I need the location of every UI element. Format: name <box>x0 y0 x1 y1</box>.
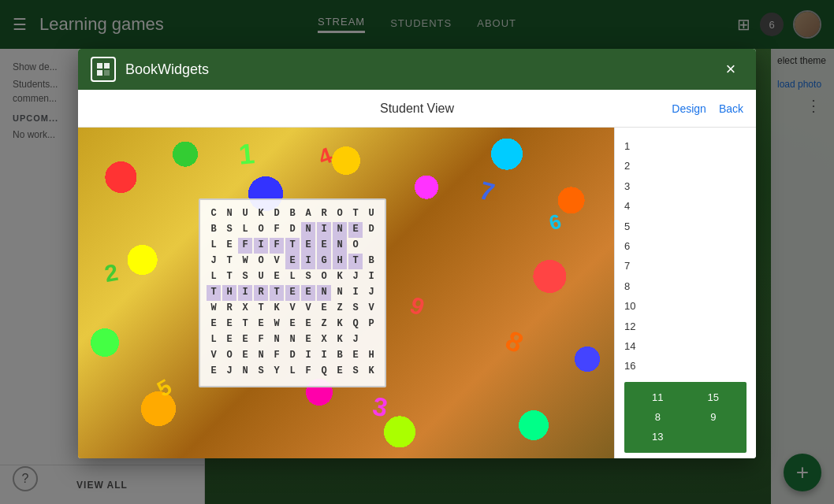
cell-1-3: O <box>254 222 268 238</box>
number-item-3: 3 <box>624 177 747 195</box>
cell-5-7: N <box>317 285 331 301</box>
back-link[interactable]: Back <box>719 102 743 115</box>
cell-9-7: I <box>317 348 331 364</box>
cell-9-8: B <box>333 348 347 364</box>
cell-6-3: T <box>254 301 268 317</box>
number-item-2: 2 <box>624 157 747 175</box>
cell-7-3: E <box>254 317 268 332</box>
cell-4-9: J <box>348 269 363 285</box>
grid-row-6: WRXTKVVEZSV <box>207 301 378 317</box>
cell-10-10: K <box>364 364 378 380</box>
cell-7-4: W <box>270 317 284 332</box>
cell-0-0: C <box>207 206 221 222</box>
cell-7-9: Q <box>348 317 363 332</box>
number-item-5: 5 <box>624 217 747 235</box>
cell-1-5: D <box>285 222 300 238</box>
cell-3-6: I <box>301 254 315 269</box>
cell-1-10: D <box>364 222 378 238</box>
cell-9-10: H <box>364 348 378 364</box>
cell-7-10: P <box>364 317 378 332</box>
grid-row-1: BSLOFDNINED <box>207 222 378 238</box>
grid-row-0: CNUKDBAROTU <box>207 206 378 222</box>
cell-2-0: L <box>207 238 221 254</box>
cell-6-6: V <box>301 301 315 317</box>
cell-3-9: T <box>348 254 363 269</box>
cell-9-0: V <box>207 348 221 364</box>
grid-row-4: LTSUELSOKJI <box>207 269 378 285</box>
cell-6-4: K <box>270 301 284 317</box>
cell-4-4: E <box>270 269 284 285</box>
number-item-1: 1 <box>624 137 747 155</box>
grid-row-8: LEEFNNEXKJ <box>207 332 378 348</box>
cell-3-1: T <box>222 254 236 269</box>
cell-7-2: T <box>238 317 252 332</box>
found-numbers-grid: 11 15 8 9 13 <box>624 382 747 453</box>
grid-row-7: EETEWEEZKQP <box>207 317 378 332</box>
cell-6-10: V <box>364 301 378 317</box>
number-item-12: 12 <box>624 317 747 335</box>
cell-10-6: F <box>301 364 315 380</box>
modal-header: BookWidgets × <box>78 49 756 90</box>
student-view-title: Student View <box>380 102 454 116</box>
cell-3-7: G <box>317 254 331 269</box>
cell-4-8: K <box>333 269 347 285</box>
cell-10-5: L <box>285 364 300 380</box>
cell-10-0: E <box>207 364 221 380</box>
cell-9-3: N <box>254 348 268 364</box>
cell-0-1: N <box>222 206 236 222</box>
cell-0-3: K <box>254 206 268 222</box>
cell-10-1: J <box>222 364 236 380</box>
cell-8-8: K <box>333 332 347 348</box>
cell-5-10: J <box>364 285 378 301</box>
cell-4-2: S <box>238 269 252 285</box>
cell-5-5: E <box>285 285 300 301</box>
number-item-7: 7 <box>624 257 747 275</box>
cell-0-7: R <box>317 206 331 222</box>
cell-10-9: S <box>348 364 363 380</box>
svg-rect-3 <box>104 70 110 76</box>
cell-9-5: D <box>285 348 300 364</box>
cell-8-1: E <box>222 332 236 348</box>
number-item-8: 8 <box>624 277 747 295</box>
bookwidgets-modal: BookWidgets × Student View Design Back 4… <box>78 49 756 458</box>
cell-2-8: N <box>333 238 347 254</box>
cell-3-0: J <box>207 254 221 269</box>
cell-7-5: E <box>285 317 300 332</box>
cell-1-4: F <box>270 222 284 238</box>
number-item-6: 6 <box>624 237 747 255</box>
cell-7-7: Z <box>317 317 331 332</box>
cell-6-5: V <box>285 301 300 317</box>
cell-8-2: E <box>238 332 252 348</box>
cell-10-4: Y <box>270 364 284 380</box>
cell-8-3: F <box>254 332 268 348</box>
cell-1-8: N <box>333 222 347 238</box>
cell-0-8: O <box>333 206 347 222</box>
cell-7-1: E <box>222 317 236 332</box>
svg-rect-0 <box>97 63 102 69</box>
cell-10-2: N <box>238 364 252 380</box>
cell-3-4: V <box>270 254 284 269</box>
cell-4-1: T <box>222 269 236 285</box>
cell-1-1: S <box>222 222 236 238</box>
design-link[interactable]: Design <box>672 102 706 115</box>
bg-number-9: 1 <box>237 137 256 172</box>
cell-4-6: S <box>301 269 315 285</box>
cell-6-1: R <box>222 301 236 317</box>
cell-0-10: U <box>364 206 378 222</box>
cell-5-8: N <box>333 285 347 301</box>
cell-10-3: S <box>254 364 268 380</box>
cell-8-7: X <box>317 332 331 348</box>
svg-rect-2 <box>97 70 102 76</box>
cell-9-1: O <box>222 348 236 364</box>
cell-6-9: S <box>348 301 363 317</box>
cell-3-3: O <box>254 254 268 269</box>
cell-6-7: E <box>317 301 331 317</box>
cell-10-7: Q <box>317 364 331 380</box>
modal-close-button[interactable]: × <box>718 57 743 82</box>
cell-6-2: X <box>238 301 252 317</box>
found-numbers-list: 11 15 8 9 13 <box>631 388 740 447</box>
cell-6-8: Z <box>333 301 347 317</box>
grid-row-10: EJNSYLFQESK <box>207 364 378 380</box>
cell-2-1: E <box>222 238 236 254</box>
word-search-grid: CNUKDBAROTU BSLOFDNINED LEFIFTEENO JTWOV… <box>199 198 386 387</box>
